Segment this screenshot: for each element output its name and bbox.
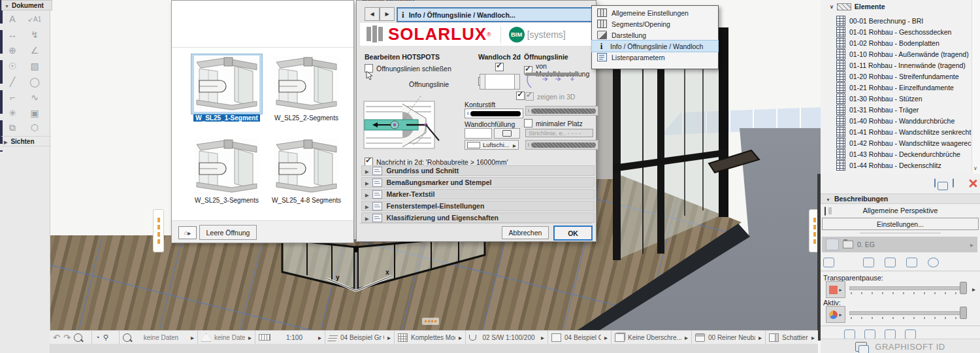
- label-tool-icon[interactable]: ↙A1: [27, 13, 42, 25]
- wandloch-bottom-checkbox[interactable]: [516, 92, 525, 100]
- swap-icon[interactable]: [885, 329, 896, 339]
- status-layer-combination[interactable]: 04 Beispiel Gr Ge...: [325, 331, 394, 344]
- polyline-tool-icon[interactable]: ⌐: [5, 92, 20, 103]
- menu-item-info[interactable]: i Info / Öffnungslinie / Wandloch: [592, 41, 718, 52]
- fill-display-button[interactable]: [494, 128, 520, 139]
- section-grundriss[interactable]: Grundriss und Schnitt: [361, 165, 595, 176]
- menu-item-segments[interactable]: Segments/Opening: [592, 18, 718, 29]
- tree-row[interactable]: 01-30 Rohbau - Stützen: [836, 93, 923, 104]
- graphisoft-id-bar[interactable]: GRAPHISOFT ID: [821, 339, 980, 353]
- tree-row[interactable]: 00-01 Berechnung - BRI: [836, 16, 923, 26]
- page-selector-dropdown[interactable]: i Info / Öffnungslinie / Wandloch...: [397, 7, 601, 22]
- elevation-dim-tool-icon[interactable]: ↯: [27, 29, 42, 41]
- rotate-icon[interactable]: [885, 258, 896, 267]
- link-icon[interactable]: [823, 258, 834, 267]
- slider-expand-icon[interactable]: [972, 285, 975, 293]
- ok-button[interactable]: OK: [553, 226, 593, 241]
- refresh-icon[interactable]: [928, 258, 939, 267]
- section-klassifizierung[interactable]: Klassifizierung und Eigenschaften: [361, 212, 595, 223]
- tree-row[interactable]: 01-20 Rohbau - Streifenfundamente: [836, 71, 959, 82]
- new-panel-icon[interactable]: [953, 179, 954, 187]
- minimal-platz-checkbox[interactable]: [524, 119, 532, 127]
- figure-tool-icon[interactable]: ▣: [27, 107, 42, 119]
- fill-swatch-button[interactable]: [465, 128, 492, 139]
- pin-tool-icon[interactable]: ☉: [5, 60, 20, 72]
- status-dimension-style[interactable]: 04 Beispiel Gene...: [547, 331, 611, 344]
- circle-tool-icon[interactable]: ◯: [27, 76, 42, 88]
- status-shading[interactable]: Schattierung: [765, 331, 818, 344]
- transparent-slider[interactable]: [849, 281, 967, 297]
- tree-row[interactable]: 01-10 Rohbau - Außenwände (tragend): [836, 49, 969, 59]
- story-row[interactable]: 0. EG: [822, 237, 977, 252]
- angle-dim-tool-icon[interactable]: ∠: [27, 44, 42, 56]
- line-tool-icon[interactable]: ╱: [5, 76, 20, 88]
- tree-row[interactable]: 01-11 Rohbau - Innenwände (tragend): [836, 60, 966, 71]
- text-tool-icon[interactable]: A: [5, 13, 20, 25]
- nav-back-button[interactable]: ◀: [365, 7, 380, 21]
- cancel-button[interactable]: Abbrechen: [502, 226, 549, 239]
- copy-drag-icon[interactable]: [844, 329, 855, 339]
- transparent-color-button[interactable]: [826, 281, 845, 298]
- orbit-icon[interactable]: ◔: [95, 333, 100, 341]
- tree-scrollbar[interactable]: ∨: [972, 0, 980, 174]
- menu-item-darstellung[interactable]: Darstellung: [592, 29, 718, 41]
- konturstift-pen-button[interactable]: I: [465, 109, 523, 118]
- segment-option-4[interactable]: W_SL25_4-8 Segments: [271, 137, 342, 204]
- wandloch-top-checkbox[interactable]: [495, 63, 504, 71]
- status-model-view[interactable]: Komplettes Mod...: [394, 331, 465, 344]
- tree-header-elemente[interactable]: ∨ Elemente: [830, 3, 885, 10]
- sichten-section-header[interactable]: Sichten: [1, 136, 51, 146]
- einstellungen-button[interactable]: Einstellungen...: [822, 218, 979, 230]
- undo-icon[interactable]: ↶: [53, 333, 60, 343]
- close-opening-lines-row[interactable]: Öffnungslinien schließen: [365, 64, 451, 73]
- tree-row[interactable]: 01-40 Rohbau - Wanddurchbrüche: [836, 116, 955, 126]
- status-override[interactable]: Keine Überschre...: [611, 331, 691, 344]
- zoom-icon[interactable]: [74, 333, 82, 342]
- segment-option-2[interactable]: W_SL25_2-Segments: [271, 54, 342, 122]
- luftschicht-dropdown[interactable]: Luftschi...: [465, 140, 519, 150]
- section-textstil[interactable]: Marker-Textstil: [361, 189, 595, 199]
- spline-tool-icon[interactable]: ∿: [27, 92, 42, 103]
- redo-icon[interactable]: ↷: [63, 333, 71, 343]
- close-icon[interactable]: [968, 178, 977, 188]
- tree-row[interactable]: 01-44 Rohbau - Deckenschlitz: [836, 160, 941, 171]
- radial-dim-tool-icon[interactable]: ⊕: [5, 44, 20, 56]
- opening-type-button[interactable]: ⌂: [178, 226, 197, 239]
- tree-row[interactable]: 01-02 Rohbau - Bodenplatten: [836, 38, 939, 48]
- status-pen[interactable]: keine Daten: [197, 331, 255, 344]
- aktiv-slider[interactable]: [849, 306, 967, 322]
- section-bemassung[interactable]: Bemaßungsmarker und Stempel: [361, 177, 595, 188]
- show-3d-checkbox[interactable]: [525, 92, 534, 101]
- segment-option-1[interactable]: W_SL25_1-Segment: [191, 54, 262, 122]
- segment-option-3[interactable]: W_SL25_3-Segments: [191, 137, 262, 204]
- dimension-tool-icon[interactable]: ↔: [5, 29, 20, 41]
- status-pen-set[interactable]: 02 S/W 1:100/200: [465, 331, 547, 344]
- overlap-icon[interactable]: [864, 329, 875, 339]
- dokument-section-header[interactable]: Dokument: [1, 0, 52, 10]
- minimal-platz-row[interactable]: minimaler Platz: [524, 119, 583, 127]
- menu-item-allgemein[interactable]: Allgemeine Einstellungen: [592, 7, 718, 18]
- tree-row[interactable]: 01-42 Rohbau - Wandschlitze waagerecht: [836, 138, 977, 148]
- drawing-tool-icon[interactable]: ⧉: [5, 122, 20, 133]
- walk-icon[interactable]: ⚲: [103, 333, 108, 342]
- status-zoom-fit[interactable]: keine Daten: [119, 331, 197, 344]
- empty-opening-button[interactable]: Leere Öffnung: [199, 225, 257, 240]
- hotspot-tool-icon[interactable]: ✳: [5, 107, 20, 119]
- tree-row[interactable]: 01-31 Rohbau - Träger: [836, 105, 919, 115]
- layers-edit-icon[interactable]: [905, 329, 916, 339]
- move-icon[interactable]: [863, 258, 874, 267]
- tree-row[interactable]: 01-41 Rohbau - Wandschlitze senkrecht: [836, 127, 971, 137]
- beschreibungen-header[interactable]: Beschreibungen: [821, 193, 980, 204]
- tree-row[interactable]: 01-01 Rohbau - Geschossdecken: [836, 27, 951, 37]
- fill-tool-icon[interactable]: ▨: [27, 60, 42, 72]
- status-renovation[interactable]: 00 Reiner Neubau: [691, 331, 765, 344]
- hotspot-tag-left[interactable]: [153, 209, 164, 252]
- dock-window-icon[interactable]: [934, 179, 936, 187]
- tree-row[interactable]: 01-43 Rohbau - Deckendurchbrüche: [836, 149, 960, 160]
- menu-item-listenparameter[interactable]: Listenparametern: [592, 52, 718, 63]
- copy-icon[interactable]: [906, 258, 917, 267]
- nav-forward-button[interactable]: ▶: [380, 7, 395, 21]
- mesh-tool-icon[interactable]: ⬡: [27, 122, 42, 133]
- aktiv-color-button[interactable]: [826, 306, 845, 323]
- status-scale[interactable]: 1:100: [255, 331, 325, 344]
